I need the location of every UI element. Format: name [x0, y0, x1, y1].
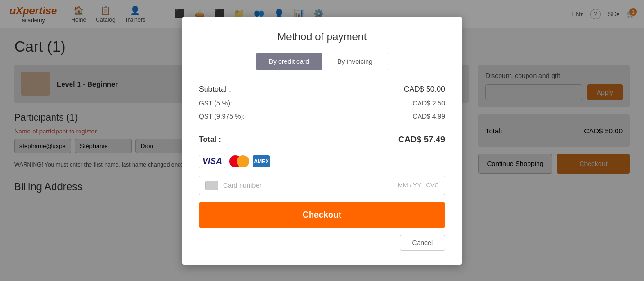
- subtotal-value: CAD$ 50.00: [404, 85, 445, 94]
- cvc-placeholder: CVC: [426, 182, 439, 189]
- mc-orange-circle: [237, 155, 249, 167]
- card-logos: VISA AMEX: [199, 155, 445, 168]
- qst-label: QST (9.975 %):: [199, 113, 245, 120]
- subtotal-label: Subtotal :: [199, 85, 231, 94]
- gst-row: GST (5 %): CAD$ 2.50: [199, 97, 445, 110]
- payment-modal: Method of payment By credit card By invo…: [182, 17, 462, 265]
- invoicing-tab[interactable]: By invoicing: [322, 53, 388, 70]
- card-input-row[interactable]: Card number MM / YY CVC: [199, 176, 445, 195]
- total-label: Total :: [199, 135, 221, 144]
- cancel-button[interactable]: Cancel: [400, 235, 445, 251]
- cancel-row: Cancel: [199, 235, 445, 251]
- checkout-button[interactable]: Checkout: [199, 202, 445, 228]
- payment-summary: Subtotal : CAD$ 50.00 GST (5 %): CAD$ 2.…: [199, 82, 445, 148]
- visa-logo: VISA: [199, 155, 225, 168]
- modal-overlay: Method of payment By credit card By invo…: [0, 0, 644, 281]
- card-date-cvc: MM / YY CVC: [398, 182, 439, 189]
- amex-logo: AMEX: [253, 155, 270, 167]
- mastercard-logo: [229, 155, 249, 167]
- subtotal-row: Subtotal : CAD$ 50.00: [199, 82, 445, 97]
- modal-title: Method of payment: [199, 31, 445, 43]
- qst-value: CAD$ 4.99: [413, 113, 445, 120]
- gst-label: GST (5 %):: [199, 99, 232, 107]
- total-row: Total : CAD$ 57.49: [199, 131, 445, 148]
- qst-row: QST (9.975 %): CAD$ 4.99: [199, 110, 445, 123]
- card-chip-icon: [205, 181, 218, 190]
- total-value: CAD$ 57.49: [398, 135, 445, 145]
- card-number-input[interactable]: Card number: [223, 182, 398, 189]
- credit-card-tab[interactable]: By credit card: [256, 53, 322, 70]
- gst-value: CAD$ 2.50: [413, 99, 445, 107]
- payment-tabs: By credit card By invoicing: [256, 53, 388, 70]
- summary-divider: [199, 127, 445, 127]
- mm-yy-placeholder: MM / YY: [398, 182, 421, 189]
